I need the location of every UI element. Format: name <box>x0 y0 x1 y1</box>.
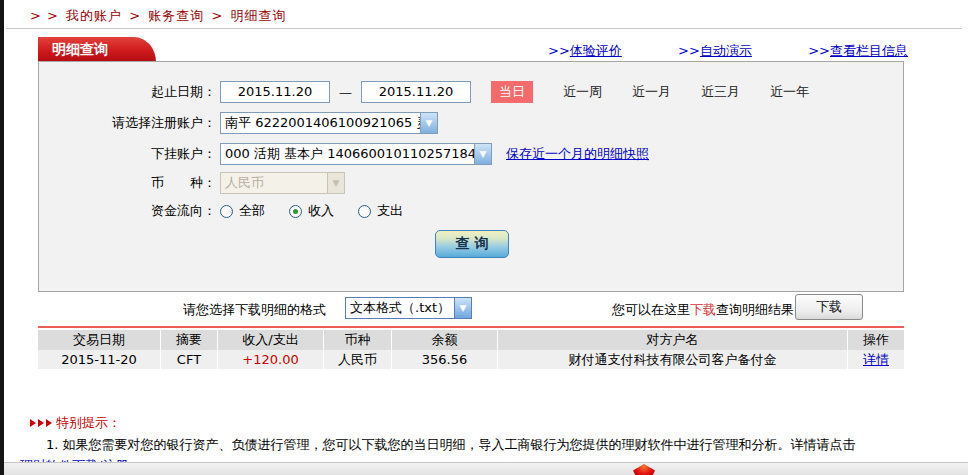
breadcrumb-item-account-query[interactable]: 账务查询 <box>148 8 204 23</box>
sub-account-label: 下挂账户： <box>39 143 216 165</box>
sub-account-select[interactable]: 000 活期 基本户 1406600101102571848 ▼ <box>220 143 492 165</box>
cell-summary: CFT <box>161 350 218 369</box>
flow-label: 资金流向： <box>39 200 216 222</box>
cell-date: 2015-11-20 <box>38 350 161 369</box>
cell-amount: +120.00 <box>218 350 324 369</box>
header-date: 交易日期 <box>38 330 161 350</box>
cell-counterparty: 财付通支付科技有限公司客户备付金 <box>498 350 848 369</box>
account-label: 请选择注册账户： <box>39 112 216 134</box>
query-form-panel: 起止日期： 2015.11.20 — 2015.11.20 当日 近一周 近一月… <box>38 61 904 292</box>
cell-currency: 人民币 <box>324 350 392 369</box>
radio-checked-icon[interactable] <box>289 205 302 218</box>
quick-range-week[interactable]: 近一周 <box>563 83 602 101</box>
flow-option-income-label: 收入 <box>308 202 334 220</box>
link-auto-demo[interactable]: >>自动演示 <box>678 42 752 60</box>
link-prefix: >> <box>548 43 570 58</box>
date-range-dash: — <box>339 85 352 100</box>
table-row: 2015-11-20 CFT +120.00 人民币 356.56 财付通支付科… <box>38 350 904 369</box>
header-links: >>体验评价 >>自动演示 >>查看栏目信息 <box>548 42 908 60</box>
header-action: 操作 <box>848 330 904 350</box>
flow-option-expense[interactable]: 支出 <box>358 202 403 220</box>
download-button[interactable]: 下载 <box>795 294 863 320</box>
breadcrumb-item-detail-query: 明细查询 <box>230 8 286 23</box>
currency-select-disabled: 人民币 ▼ <box>220 172 345 194</box>
breadcrumb-separator: > <box>211 8 223 23</box>
chevron-down-icon[interactable]: ▼ <box>420 113 437 133</box>
link-prefix: >> <box>678 43 700 58</box>
flow-row: 资金流向： 全部 收入 支出 <box>39 200 903 224</box>
footer-bar <box>0 462 968 475</box>
date-to-input[interactable]: 2015.11.20 <box>361 81 471 103</box>
result-table: 交易日期 摘要 收入/支出 币种 余额 对方户名 操作 2015-11-20 C… <box>38 330 904 369</box>
header-currency: 币种 <box>324 330 392 350</box>
chevron-down-icon[interactable]: ▼ <box>474 144 491 164</box>
download-format-value: 文本格式（.txt） <box>346 298 454 318</box>
account-controls: 南平 6222001406100921065 灵通卡 ▼ <box>220 112 438 134</box>
quick-range-group: 当日 近一周 近一月 近三月 近一年 <box>491 81 809 103</box>
tab-detail-query: 明细查询 <box>38 37 156 62</box>
date-range-row: 起止日期： 2015.11.20 — 2015.11.20 当日 近一周 近一月… <box>39 81 903 105</box>
quick-range-today[interactable]: 当日 <box>491 81 533 103</box>
quick-range-year[interactable]: 近一年 <box>770 83 809 101</box>
download-hint: 您可以在这里下载查询明细结果 <box>612 301 794 319</box>
snapshot-link[interactable]: 保存近一个月的明细快照 <box>506 145 649 163</box>
link-label: 自动演示 <box>700 43 752 58</box>
chevron-down-icon: ▼ <box>327 173 344 193</box>
header-counterparty: 对方户名 <box>498 330 848 350</box>
notice-text: 1. 如果您需要对您的银行资产、负债进行管理，您可以下载您的当日明细，导入工商银… <box>20 437 856 452</box>
detail-link[interactable]: 详情 <box>848 350 904 369</box>
flow-option-all-label: 全部 <box>239 202 265 220</box>
link-view-column-info[interactable]: >>查看栏目信息 <box>808 42 908 60</box>
flow-option-income[interactable]: 收入 <box>289 202 334 220</box>
breadcrumb-prefix: > > <box>30 8 59 23</box>
link-label: 查看栏目信息 <box>830 43 908 58</box>
currency-select-value: 人民币 <box>221 173 327 193</box>
currency-controls: 人民币 ▼ <box>220 172 345 194</box>
quick-range-month[interactable]: 近一月 <box>632 83 671 101</box>
sub-account-controls: 000 活期 基本户 1406600101102571848 ▼ 保存近一个月的… <box>220 143 649 165</box>
cell-balance: 356.56 <box>392 350 498 369</box>
flow-radio-group: 全部 收入 支出 <box>220 202 403 220</box>
date-from-input[interactable]: 2015.11.20 <box>220 81 330 103</box>
quick-range-quarter[interactable]: 近三月 <box>701 83 740 101</box>
download-format-select[interactable]: 文本格式（.txt） ▼ <box>345 297 472 319</box>
currency-label: 币 种： <box>39 172 216 194</box>
date-range-label: 起止日期： <box>39 81 216 103</box>
page: > > 我的账户 > 账务查询 > 明细查询 明细查询 >>体验评价 >>自动演… <box>0 0 968 475</box>
table-header-row: 交易日期 摘要 收入/支出 币种 余额 对方户名 操作 <box>38 330 904 350</box>
link-experience-review[interactable]: >>体验评价 <box>548 42 622 60</box>
radio-icon[interactable] <box>220 205 233 218</box>
notice-arrows-icon <box>30 419 52 427</box>
detail-link-label[interactable]: 详情 <box>863 352 889 367</box>
download-format-label: 请您选择下载明细的格式 <box>183 301 326 319</box>
red-divider <box>38 326 904 328</box>
download-hint-pre: 您可以在这里 <box>612 302 690 317</box>
account-select-value: 南平 6222001406100921065 灵通卡 <box>221 113 420 133</box>
flow-option-all[interactable]: 全部 <box>220 202 265 220</box>
notice-title: 特别提示： <box>56 414 121 432</box>
radio-icon[interactable] <box>358 205 371 218</box>
top-divider <box>6 28 962 29</box>
currency-row: 币 种： 人民币 ▼ <box>39 172 903 196</box>
flow-option-expense-label: 支出 <box>377 202 403 220</box>
sub-account-row: 下挂账户： 000 活期 基本户 1406600101102571848 ▼ 保… <box>39 143 903 167</box>
account-row: 请选择注册账户： 南平 6222001406100921065 灵通卡 ▼ <box>39 112 903 136</box>
link-prefix: >> <box>808 43 830 58</box>
breadcrumb-separator: > <box>129 8 141 23</box>
header-summary: 摘要 <box>161 330 218 350</box>
left-edge-strip <box>0 0 4 475</box>
breadcrumb-item-my-account[interactable]: 我的账户 <box>66 8 122 23</box>
download-hint-emphasis: 下载 <box>690 302 716 317</box>
header-balance: 余额 <box>392 330 498 350</box>
query-button[interactable]: 查 询 <box>435 230 509 258</box>
date-range-controls: 2015.11.20 — 2015.11.20 当日 近一周 近一月 近三月 近… <box>220 81 809 103</box>
download-hint-post: 查询明细结果 <box>716 302 794 317</box>
header-amount: 收入/支出 <box>218 330 324 350</box>
account-select[interactable]: 南平 6222001406100921065 灵通卡 ▼ <box>220 112 438 134</box>
breadcrumb: > > 我的账户 > 账务查询 > 明细查询 <box>30 7 288 25</box>
sub-account-select-value: 000 活期 基本户 1406600101102571848 <box>221 144 474 164</box>
link-label: 体验评价 <box>570 43 622 58</box>
chevron-down-icon[interactable]: ▼ <box>454 298 471 318</box>
